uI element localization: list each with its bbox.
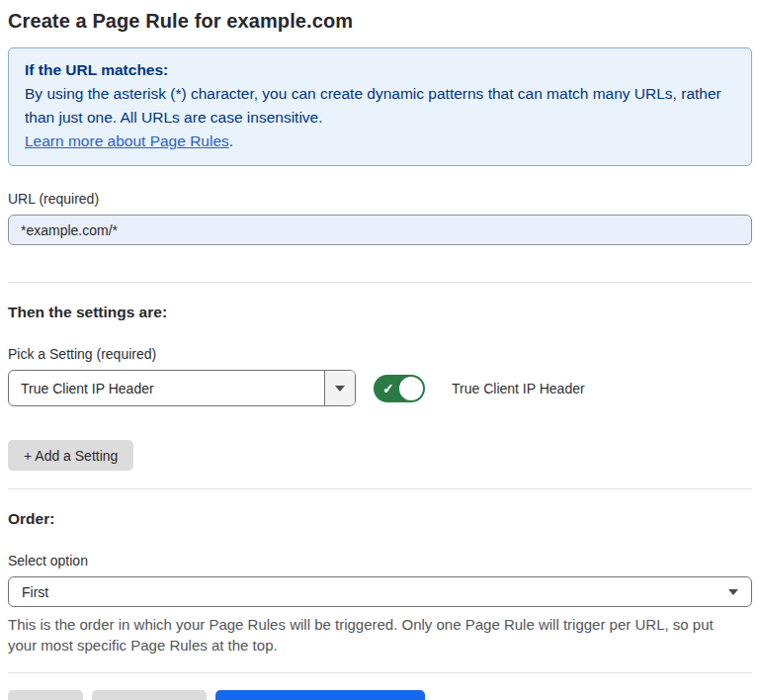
settings-section-heading: Then the settings are: — [8, 304, 752, 321]
order-select[interactable]: First — [8, 576, 752, 607]
order-help-text: This is the order in which your Page Rul… — [8, 614, 744, 656]
setting-toggle-group: ✓ True Client IP Header — [374, 375, 585, 402]
divider — [8, 488, 752, 489]
check-icon: ✓ — [382, 381, 394, 394]
order-section-heading: Order: — [8, 510, 752, 528]
setting-row: True Client IP Header ✓ True Client IP H… — [8, 370, 752, 406]
url-match-info-box: If the URL matches: By using the asteris… — [8, 47, 752, 166]
setting-dropdown-value: True Client IP Header — [9, 371, 324, 405]
true-client-ip-toggle[interactable]: ✓ — [374, 375, 425, 402]
order-select-value: First — [22, 584, 48, 600]
toggle-knob — [399, 377, 423, 400]
learn-more-link[interactable]: Learn more about Page Rules — [25, 132, 229, 149]
link-suffix: . — [229, 132, 233, 149]
info-box-body: By using the asterisk (*) character, you… — [25, 82, 735, 130]
caret-down-icon — [728, 589, 738, 595]
cancel-button[interactable]: Cancel — [8, 690, 83, 700]
add-setting-button[interactable]: + Add a Setting — [8, 440, 133, 471]
order-select-label: Select option — [8, 553, 752, 569]
setting-dropdown[interactable]: True Client IP Header — [8, 370, 356, 406]
chevron-down-icon — [335, 386, 345, 392]
info-box-heading: If the URL matches: — [25, 58, 735, 82]
footer-actions: Cancel Save as Draft Save and Deploy Pag… — [8, 690, 752, 700]
page-title: Create a Page Rule for example.com — [8, 10, 752, 33]
url-input[interactable] — [8, 215, 752, 245]
divider — [8, 672, 752, 673]
toggle-label: True Client IP Header — [452, 381, 585, 396]
setting-picker-label: Pick a Setting (required) — [8, 346, 752, 362]
save-deploy-button[interactable]: Save and Deploy Page Rule — [215, 690, 425, 700]
save-draft-button[interactable]: Save as Draft — [92, 690, 208, 700]
divider — [8, 282, 752, 283]
setting-dropdown-arrow-button[interactable] — [324, 371, 355, 405]
url-field-label: URL (required) — [8, 191, 752, 207]
info-box-link-line: Learn more about Page Rules. — [25, 130, 735, 153]
